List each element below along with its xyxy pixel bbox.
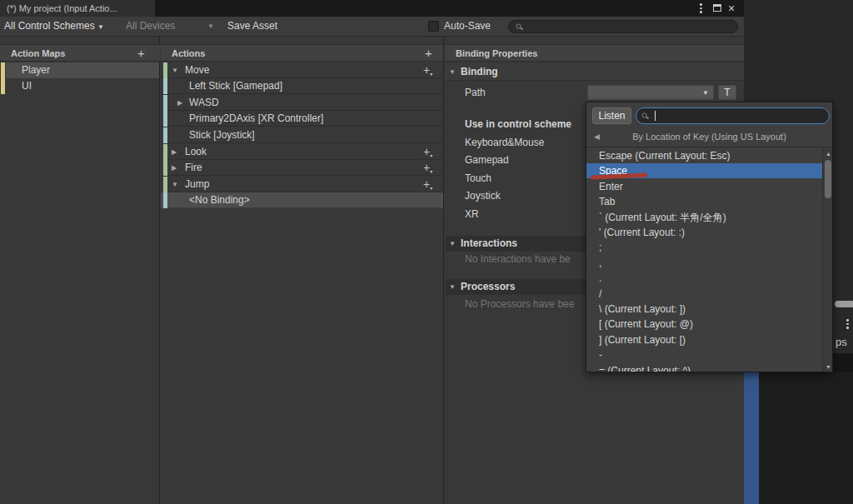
binding-row-primary2daxis[interactable]: Primary2DAxis [XR Controller] <box>161 111 443 127</box>
action-label: Jump <box>185 177 209 192</box>
control-schemes-dropdown[interactable]: All Control Schemes ▼ <box>4 17 104 37</box>
listen-button[interactable]: Listen <box>592 107 631 124</box>
foldout-expanded-icon: ▼ <box>449 236 456 252</box>
foldout-expanded-icon[interactable]: ▼ <box>172 177 178 192</box>
close-icon[interactable]: × <box>728 0 735 17</box>
foldout-expanded-icon: ▼ <box>449 63 456 81</box>
binding-row-wasd[interactable]: ▶ WASD <box>161 95 443 111</box>
foldout-collapsed-icon[interactable]: ▶ <box>177 95 182 111</box>
binding-colorbar <box>163 95 167 111</box>
key-list-scrollbar[interactable]: ▲ ▼ <box>822 148 833 372</box>
action-colorbar <box>163 160 167 176</box>
key-item-escape[interactable]: Escape (Current Layout: Esc) <box>586 148 822 163</box>
search-icon <box>642 113 647 118</box>
key-item-backquote[interactable]: ` (Current Layout: 半角/全角) <box>586 210 822 225</box>
auto-save-label: Auto-Save <box>444 17 491 36</box>
binding-row-left-stick[interactable]: Left Stick [Gamepad] <box>161 78 443 94</box>
key-item-slash[interactable]: / <box>586 287 822 302</box>
scheme-xr[interactable]: XR <box>465 207 479 222</box>
key-picker-breadcrumb: By Location of Key (Using US Layout) <box>586 128 832 145</box>
action-row-jump[interactable]: ▼ Jump +▾ <box>161 177 443 192</box>
key-picker-popup: Listen ◀ By Location of Key (Using US La… <box>586 102 833 372</box>
scrollbar-thumb[interactable] <box>825 160 831 198</box>
binding-row-no-binding[interactable]: <No Binding> <box>161 192 443 208</box>
action-row-look[interactable]: ▶ Look +▾ <box>161 144 443 160</box>
binding-label: Stick [Joystick] <box>189 127 255 143</box>
foldout-expanded-icon[interactable]: ▼ <box>172 62 178 78</box>
auto-save-checkbox[interactable] <box>428 21 439 32</box>
action-colorbar <box>163 62 167 78</box>
actions-title: Actions <box>172 48 205 58</box>
devices-label: All Devices <box>126 20 175 32</box>
background-kebab-icon <box>846 319 849 329</box>
actions-panel: Actions + ▼ Move +▾ Left Stick [Gamepad]… <box>161 37 444 504</box>
binding-label: <No Binding> <box>189 192 250 208</box>
scheme-gamepad[interactable]: Gamepad <box>465 152 509 168</box>
action-map-label: UI <box>6 80 32 92</box>
key-item-quote[interactable]: ' (Current Layout: :) <box>586 225 822 240</box>
window-tab[interactable]: (*) My project (Input Actio... <box>0 0 155 17</box>
key-item-period[interactable]: . <box>586 271 822 286</box>
binding-properties-title: Binding Properties <box>456 48 537 58</box>
key-item-equals[interactable]: = (Current Layout: ^) <box>586 363 822 372</box>
action-map-item-ui[interactable]: UI <box>6 78 159 94</box>
key-item-backslash[interactable]: \ (Current Layout: ]) <box>586 302 822 317</box>
path-dropdown[interactable]: ▼ <box>587 85 714 100</box>
action-maps-title: Action Maps <box>11 48 65 58</box>
title-bar: (*) My project (Input Actio... × <box>0 0 744 17</box>
add-action-button[interactable]: + <box>425 45 432 62</box>
background-slider <box>835 301 853 307</box>
processors-empty-text: No Processors have bee <box>465 297 574 312</box>
scheme-joystick[interactable]: Joystick <box>465 188 501 204</box>
key-item-leftbracket[interactable]: [ (Current Layout: @) <box>586 317 822 332</box>
interactions-empty-text: No Interactions have be <box>465 252 571 267</box>
foldout-collapsed-icon[interactable]: ▶ <box>172 144 177 160</box>
window-toolbar: All Control Schemes ▼ All Devices ▼ Save… <box>0 17 744 37</box>
key-item-tab[interactable]: Tab <box>586 194 822 209</box>
binding-colorbar <box>163 111 167 127</box>
interactions-title: Interactions <box>461 236 517 252</box>
foldout-collapsed-icon[interactable]: ▶ <box>172 160 177 176</box>
action-row-fire[interactable]: ▶ Fire +▾ <box>161 160 443 176</box>
action-colorbar <box>163 144 167 160</box>
scroll-up-icon[interactable]: ▲ <box>823 151 833 157</box>
toolbar-search-input[interactable] <box>508 20 738 33</box>
binding-foldout-row[interactable]: ▼ Binding <box>445 63 744 81</box>
binding-colorbar <box>163 78 167 94</box>
action-row-move[interactable]: ▼ Move +▾ <box>161 62 443 78</box>
path-label: Path <box>465 85 486 101</box>
binding-label: WASD <box>189 95 219 111</box>
binding-label: Left Stick [Gamepad] <box>189 78 282 94</box>
binding-row-stick-joystick[interactable]: Stick [Joystick] <box>161 127 443 143</box>
background-dark-row <box>833 353 853 372</box>
binding-colorbar <box>163 192 167 208</box>
key-item-rightbracket[interactable]: ] (Current Layout: [) <box>586 332 822 347</box>
binding-label: Primary2DAxis [XR Controller] <box>189 111 323 127</box>
chevron-down-icon: ▼ <box>207 17 214 36</box>
scheme-touch[interactable]: Touch <box>465 171 491 187</box>
save-asset-button[interactable]: Save Asset <box>227 17 277 36</box>
key-item-minus[interactable]: - <box>586 347 822 362</box>
foldout-expanded-icon: ▼ <box>449 279 456 295</box>
search-icon <box>516 24 521 29</box>
window-menu-icon[interactable] <box>700 3 702 13</box>
use-in-control-scheme-label: Use in control scheme <box>465 117 571 132</box>
action-label: Fire <box>185 160 202 176</box>
key-picker-search-input[interactable] <box>636 107 830 124</box>
action-colorbar <box>163 177 167 192</box>
action-map-item-player[interactable]: Player <box>6 62 159 78</box>
scheme-keyboard-mouse[interactable]: Keyboard&Mouse <box>465 135 544 151</box>
key-item-semicolon[interactable]: ; <box>586 240 822 255</box>
path-text-mode-button[interactable]: T <box>718 85 736 100</box>
binding-colorbar <box>163 127 167 143</box>
key-item-comma[interactable]: , <box>586 256 822 271</box>
key-item-enter[interactable]: Enter <box>586 179 822 194</box>
action-label: Look <box>185 144 207 160</box>
maximize-icon[interactable] <box>713 4 721 12</box>
scroll-down-icon[interactable]: ▼ <box>823 364 833 370</box>
action-label: Move <box>185 62 209 78</box>
add-action-map-button[interactable]: + <box>137 45 145 62</box>
actions-header: Actions + <box>161 44 443 62</box>
devices-dropdown[interactable]: All Devices ▼ <box>126 17 219 36</box>
text-cursor <box>655 111 656 121</box>
